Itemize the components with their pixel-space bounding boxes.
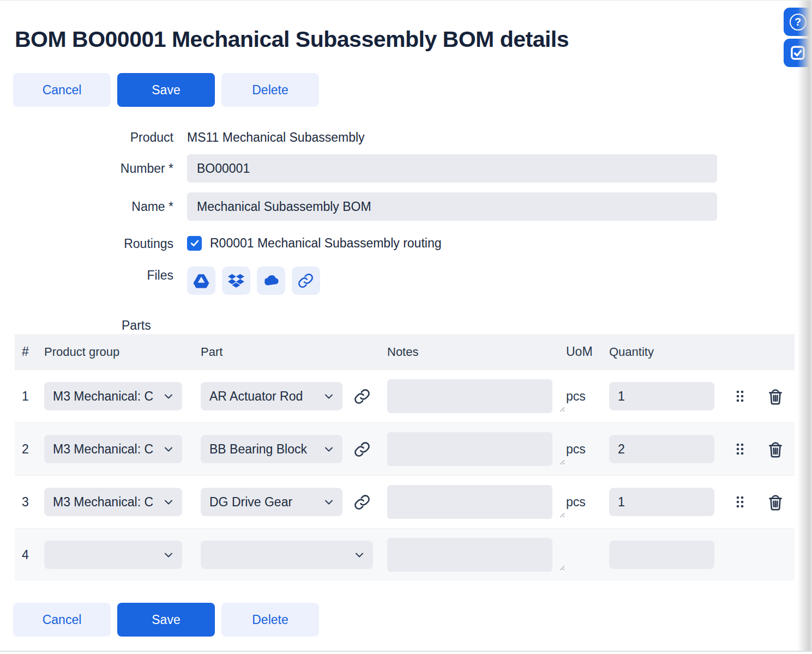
link-icon [353, 387, 371, 405]
google-drive-icon [192, 272, 210, 289]
quantity-field[interactable] [609, 382, 714, 410]
uom-value: pcs [566, 495, 609, 510]
notes-field[interactable] [387, 432, 552, 466]
delete-button[interactable]: Delete [221, 603, 319, 637]
product-group-select[interactable]: M3 Mechanical: C [44, 488, 182, 516]
file-buttons [187, 267, 320, 295]
product-group-select[interactable]: M3 Mechanical: C [44, 435, 182, 463]
link-icon [297, 272, 315, 289]
save-button[interactable]: Save [117, 73, 215, 107]
col-part: Part [201, 345, 387, 359]
row-number: 1 [15, 389, 44, 404]
onedrive-icon [262, 272, 280, 289]
name-label: Name * [0, 199, 187, 214]
page-bottom-border [0, 651, 812, 652]
product-group-select[interactable]: M3 Mechanical: C [44, 382, 182, 410]
files-label: Files [0, 267, 187, 283]
page-edge-shadow [797, 1, 812, 651]
chevron-down-icon [163, 390, 175, 402]
open-part-link-button[interactable] [353, 387, 371, 405]
quantity-field[interactable] [609, 541, 714, 569]
delete-button[interactable]: Delete [221, 73, 319, 107]
notes-field[interactable] [387, 538, 552, 572]
trash-icon [766, 387, 785, 405]
dropbox-icon [228, 272, 244, 289]
uom-value: pcs [566, 442, 609, 457]
col-product-group: Product group [44, 345, 201, 359]
link-icon [353, 440, 371, 458]
col-quantity: Quantity [609, 345, 735, 359]
routings-label: Routings [0, 235, 187, 251]
drag-dots-icon [735, 390, 745, 403]
product-label: Product [0, 130, 187, 145]
chevron-down-icon [163, 496, 175, 508]
row-number: 4 [15, 548, 44, 562]
google-drive-button[interactable] [187, 267, 215, 295]
notes-field[interactable] [387, 485, 552, 519]
drag-handle[interactable] [735, 443, 745, 456]
product-group-select[interactable] [44, 541, 182, 569]
delete-row-button[interactable] [766, 440, 785, 458]
page-title: BOM BO00001 Mechanical Subassembly BOM d… [15, 27, 569, 52]
part-select[interactable]: BB Bearing Block [201, 435, 342, 463]
part-select[interactable]: DG Drive Gear [201, 488, 342, 516]
number-label: Number * [0, 161, 187, 176]
notes-field[interactable] [387, 379, 552, 413]
parts-row-new: 4 [15, 528, 795, 581]
trash-icon [766, 440, 785, 458]
parts-table-header: # Product group Part Notes UoM Quantity [15, 334, 795, 370]
chevron-down-icon [353, 549, 365, 561]
routing-checkbox[interactable] [187, 236, 202, 251]
product-value: MS11 Mechanical Subassembly [187, 130, 365, 145]
uom-value: pcs [566, 389, 609, 404]
help-icon: ? [790, 14, 807, 31]
part-select[interactable] [201, 541, 373, 569]
checklist-icon [789, 44, 807, 62]
open-part-link-button[interactable] [353, 440, 371, 458]
drag-handle[interactable] [735, 495, 745, 508]
parts-row: 3 M3 Mechanical: C DG Drive Gear pcs [15, 475, 795, 528]
chevron-down-icon [323, 390, 335, 402]
routing-option-label: R00001 Mechanical Subassembly routing [210, 236, 441, 251]
check-icon [189, 237, 201, 249]
save-button[interactable]: Save [117, 603, 215, 637]
col-uom: UoM [566, 344, 609, 359]
quantity-field[interactable] [609, 435, 714, 463]
col-notes: Notes [387, 345, 566, 359]
help-button[interactable]: ? [784, 8, 812, 36]
open-part-link-button[interactable] [353, 493, 371, 511]
drag-dots-icon [735, 443, 745, 456]
row-number: 2 [15, 442, 44, 457]
chevron-down-icon [163, 443, 175, 455]
chevron-down-icon [323, 496, 335, 508]
onedrive-button[interactable] [257, 267, 285, 295]
drag-handle[interactable] [735, 390, 745, 403]
attach-link-button[interactable] [292, 267, 320, 295]
delete-row-button[interactable] [766, 387, 785, 405]
link-icon [353, 493, 371, 511]
chevron-down-icon [163, 549, 175, 561]
trash-icon [766, 493, 785, 511]
bottom-toolbar: Cancel Save Delete [13, 603, 319, 637]
parts-row: 2 M3 Mechanical: C BB Bearing Block pcs [15, 422, 795, 475]
chevron-down-icon [323, 443, 335, 455]
parts-section-label: Parts [122, 318, 151, 333]
number-field[interactable] [187, 154, 717, 183]
cancel-button[interactable]: Cancel [13, 73, 111, 107]
parts-table: # Product group Part Notes UoM Quantity … [15, 334, 795, 581]
col-num: # [15, 344, 44, 359]
row-number: 3 [15, 495, 44, 510]
cancel-button[interactable]: Cancel [13, 603, 111, 637]
tasks-button[interactable] [784, 39, 812, 67]
bom-details-page: BOM BO00001 Mechanical Subassembly BOM d… [0, 0, 812, 654]
delete-row-button[interactable] [766, 493, 785, 511]
name-field[interactable] [187, 192, 717, 221]
dropbox-button[interactable] [222, 267, 250, 295]
quantity-field[interactable] [609, 488, 714, 516]
parts-row: 1 M3 Mechanical: C AR Actuator Rod pcs [15, 370, 795, 422]
part-select[interactable]: AR Actuator Rod [201, 382, 342, 410]
top-toolbar: Cancel Save Delete [13, 73, 319, 107]
drag-dots-icon [735, 495, 745, 508]
